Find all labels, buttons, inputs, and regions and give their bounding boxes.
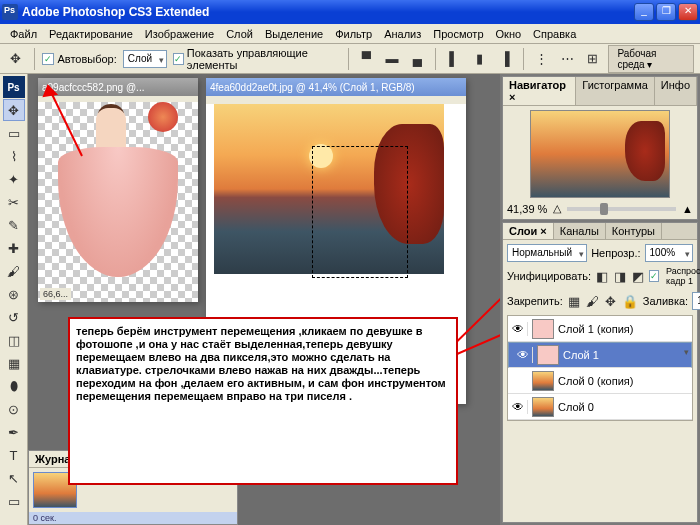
fill-field[interactable]: 100%: [692, 292, 700, 310]
layer-list: 👁Слой 1 (копия) 👁Слой 1 Слой 0 (копия) 👁…: [507, 315, 693, 421]
vis-icon[interactable]: 👁: [513, 347, 533, 363]
marquee-tool[interactable]: ▭: [3, 122, 25, 144]
wand-tool[interactable]: ✦: [3, 168, 25, 190]
dodge-tool[interactable]: ⊙: [3, 398, 25, 420]
arrange-icon[interactable]: ⊞: [583, 48, 603, 70]
auto-select[interactable]: ✓Автовыбор:: [42, 53, 116, 65]
zoom-value: 41,39 %: [507, 203, 547, 215]
menu-layer[interactable]: Слой: [220, 26, 259, 42]
heal-tool[interactable]: ✚: [3, 237, 25, 259]
tab-layers[interactable]: Слои ×: [503, 223, 554, 239]
opacity-field[interactable]: 100%: [645, 244, 693, 262]
doc2-titlebar[interactable]: 4fea60dd2ae0t.jpg @ 41,4% (Слой 1, RGB/8…: [206, 78, 466, 96]
options-bar: ✥ ✓Автовыбор: Слой ✓Показать управляющие…: [0, 44, 700, 74]
tab-histogram[interactable]: Гистограмма: [576, 77, 655, 105]
layer-row[interactable]: 👁Слой 0: [508, 394, 692, 420]
menu-file[interactable]: Файл: [4, 26, 43, 42]
layer-row[interactable]: 👁Слой 1 (копия): [508, 316, 692, 342]
auto-select-dropdown[interactable]: Слой: [123, 50, 167, 68]
app-icon: [2, 4, 18, 20]
eraser-tool[interactable]: ◫: [3, 329, 25, 351]
lock-trans-icon[interactable]: ▦: [567, 290, 581, 312]
move-tool-indicator: ✥: [6, 48, 26, 70]
doc1-status: 66,6...: [40, 288, 71, 300]
align-vcenter-icon[interactable]: ▬: [382, 48, 402, 70]
eyedropper-tool[interactable]: ✎: [3, 214, 25, 236]
tab-channels[interactable]: Каналы: [554, 223, 606, 239]
panels-dock: Навигатор × Гистограмма Инфо 41,39 % △ ▲…: [500, 74, 700, 525]
align-right-icon[interactable]: ▐: [495, 48, 515, 70]
unify3-icon[interactable]: ◩: [631, 265, 645, 287]
menubar: Файл Редактирование Изображение Слой Выд…: [0, 24, 700, 44]
minimize-button[interactable]: _: [634, 3, 654, 21]
menu-filter[interactable]: Фильтр: [329, 26, 378, 42]
zoom-slider[interactable]: [567, 207, 676, 211]
unify2-icon[interactable]: ◨: [613, 265, 627, 287]
workspace-menu[interactable]: Рабочая среда ▾: [608, 45, 694, 73]
align-bottom-icon[interactable]: ▄: [408, 48, 428, 70]
lock-all-icon[interactable]: 🔒: [621, 290, 639, 312]
vis-icon[interactable]: 👁: [508, 322, 528, 336]
menu-select[interactable]: Выделение: [259, 26, 329, 42]
layer-row[interactable]: Слой 0 (копия): [508, 368, 692, 394]
tab-paths[interactable]: Контуры: [606, 223, 662, 239]
pen-tool[interactable]: ✒: [3, 421, 25, 443]
align-top-icon[interactable]: ▀: [357, 48, 377, 70]
annotation-note: теперь берём инструмент перемещения ,кли…: [68, 317, 458, 485]
tab-navigator[interactable]: Навигатор ×: [503, 77, 576, 105]
ps-icon: Ps: [3, 76, 25, 98]
type-tool[interactable]: T: [3, 444, 25, 466]
tab-info[interactable]: Инфо: [655, 77, 697, 105]
menu-window[interactable]: Окно: [490, 26, 528, 42]
navigator-panel: Навигатор × Гистограмма Инфо 41,39 % △ ▲: [502, 76, 698, 220]
svg-line-0: [48, 86, 82, 156]
crop-tool[interactable]: ✂: [3, 191, 25, 213]
blur-tool[interactable]: ⬮: [3, 375, 25, 397]
layer-row[interactable]: 👁Слой 1: [508, 342, 692, 368]
menu-analysis[interactable]: Анализ: [378, 26, 427, 42]
menu-edit[interactable]: Редактирование: [43, 26, 139, 42]
move-tool[interactable]: ✥: [3, 99, 25, 121]
layers-panel: Слои × Каналы Контуры Нормальный Непрозр…: [502, 222, 698, 523]
zoom-in-icon[interactable]: ▲: [682, 203, 693, 215]
path-tool[interactable]: ↖: [3, 467, 25, 489]
gradient-tool[interactable]: ▦: [3, 352, 25, 374]
zoom-out-icon[interactable]: △: [553, 202, 561, 215]
align-hcenter-icon[interactable]: ▮: [470, 48, 490, 70]
toolbox: Ps ✥ ▭ ⌇ ✦ ✂ ✎ ✚ 🖌 ⊛ ↺ ◫ ▦ ⬮ ⊙ ✒ T ↖ ▭: [0, 74, 28, 525]
lock-paint-icon[interactable]: 🖌: [585, 290, 600, 312]
unify1-icon[interactable]: ◧: [595, 265, 609, 287]
menu-help[interactable]: Справка: [527, 26, 582, 42]
lock-move-icon[interactable]: ✥: [604, 290, 617, 312]
brush-tool[interactable]: 🖌: [3, 260, 25, 282]
show-controls[interactable]: ✓Показать управляющие элементы: [173, 47, 340, 71]
annotation-arrow-1: [34, 74, 94, 164]
menu-image[interactable]: Изображение: [139, 26, 220, 42]
lasso-tool[interactable]: ⌇: [3, 145, 25, 167]
distribute-icon[interactable]: ⋮: [532, 48, 552, 70]
canvas-area: a09acfccc582.png @... 66,6... 4fea60dd2a…: [28, 74, 500, 525]
maximize-button[interactable]: ❐: [656, 3, 676, 21]
menu-view[interactable]: Просмотр: [427, 26, 489, 42]
stamp-tool[interactable]: ⊛: [3, 283, 25, 305]
nav-thumbnail[interactable]: [530, 110, 670, 198]
vis-icon[interactable]: 👁: [508, 400, 528, 414]
close-button[interactable]: ✕: [678, 3, 698, 21]
propagate-cb[interactable]: ✓: [649, 270, 659, 282]
transform-box[interactable]: [312, 146, 408, 278]
titlebar: Adobe Photoshop CS3 Extended _ ❐ ✕: [0, 0, 700, 24]
app-title: Adobe Photoshop CS3 Extended: [22, 5, 634, 19]
blend-mode[interactable]: Нормальный: [507, 244, 587, 262]
align-left-icon[interactable]: ▌: [444, 48, 464, 70]
distribute2-icon[interactable]: ⋯: [557, 48, 577, 70]
shape-tool[interactable]: ▭: [3, 490, 25, 512]
svg-marker-1: [44, 86, 56, 96]
history-brush-tool[interactable]: ↺: [3, 306, 25, 328]
